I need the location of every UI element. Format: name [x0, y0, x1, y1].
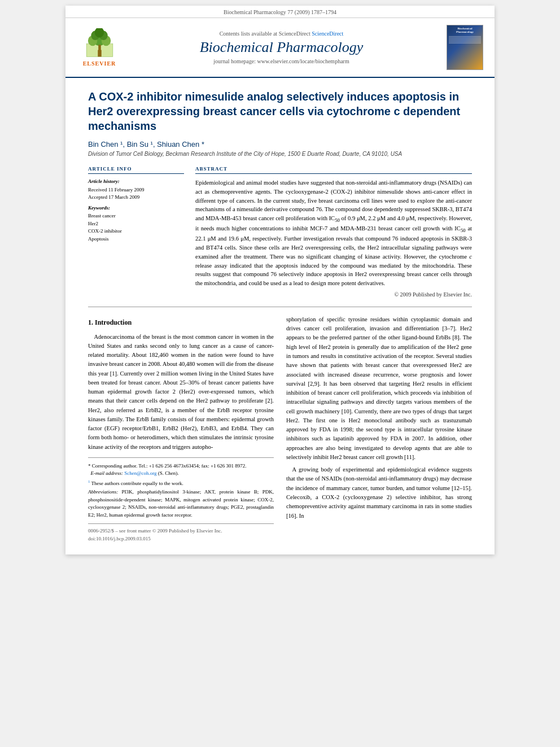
- cover-title-text: Biochemical Pharmacology: [449, 27, 481, 34]
- journal-title-block: Contents lists available at ScienceDirec…: [122, 30, 441, 64]
- svg-rect-8: [98, 45, 101, 51]
- footnotes: * Corresponding author. Tel.: +1 626 256…: [88, 457, 274, 519]
- footnote-equal-contrib: 1 These authors contribute equally to th…: [88, 479, 274, 488]
- intro-para-3: A growing body of experimental and epide…: [286, 465, 472, 521]
- journal-header: ELSEVIER Contents lists available at Sci…: [65, 18, 495, 78]
- section-divider: [88, 307, 472, 307]
- history-received: Received 11 February 2009 Accepted 17 Ma…: [88, 186, 184, 200]
- copyright-text: © 2009 Published by Elsevier Inc.: [195, 291, 472, 298]
- body-right-col: sphorylation of specific tyrosine residu…: [286, 315, 472, 543]
- doi-text: doi:10.1016/j.bcp.2009.03.015: [88, 535, 274, 543]
- abstract-text: Epidemiological and animal model studies…: [195, 178, 472, 288]
- cover-image: Biochemical Pharmacology: [447, 25, 483, 70]
- info-abstract-section: ARTICLE INFO Article history: Received 1…: [88, 166, 472, 298]
- body-left-col: 1. Introduction Adenocarcinoma of the br…: [88, 315, 274, 543]
- keyword-apoptosis: Apoptosis: [88, 235, 184, 243]
- body-section: 1. Introduction Adenocarcinoma of the br…: [88, 315, 472, 543]
- bottom-bar: 0006-2952/$ – see front matter © 2009 Pu…: [88, 523, 274, 535]
- elsevier-label: ELSEVIER: [83, 60, 116, 67]
- elsevier-tree-icon: [84, 28, 115, 59]
- keyword-her2: Her2: [88, 220, 184, 228]
- footnote-corresponding: * Corresponding author. Tel.: +1 626 256…: [88, 462, 274, 478]
- elsevier-logo: ELSEVIER: [77, 28, 122, 67]
- issn-text: 0006-2952/$ – see front matter © 2009 Pu…: [88, 527, 222, 535]
- article-info-title: ARTICLE INFO: [88, 166, 184, 174]
- journal-name: Biochemical Pharmacology: [122, 39, 441, 56]
- sciencedirect-link[interactable]: ScienceDirect: [312, 30, 343, 37]
- footnote-abbreviations: Abbreviations: PI3K, phosphatidylinosito…: [88, 488, 274, 519]
- intro-para-2: sphorylation of specific tyrosine residu…: [286, 315, 472, 462]
- affiliation: Division of Tumor Cell Biology, Beckman …: [88, 151, 472, 157]
- article-title: A COX-2 inhibitor nimesulide analog sele…: [88, 89, 472, 133]
- authors: Bin Chen ¹, Bin Su ¹, Shiuan Chen *: [88, 140, 472, 148]
- article-info: ARTICLE INFO Article history: Received 1…: [88, 166, 184, 298]
- keywords-list: Breast cancer Her2 COX-2 inhibitor Apopt…: [88, 212, 184, 243]
- keyword-cox2: COX-2 inhibitor: [88, 228, 184, 235]
- citation-text: Biochemical Pharmacology 77 (2009) 1787–…: [224, 9, 336, 15]
- intro-heading: 1. Introduction: [88, 317, 274, 328]
- intro-para-1: Adenocarcinoma of the breast is the most…: [88, 333, 274, 452]
- sciencedirect-text: Contents lists available at ScienceDirec…: [122, 30, 441, 37]
- keyword-breast-cancer: Breast cancer: [88, 212, 184, 220]
- abstract-block: ABSTRACT Epidemiological and animal mode…: [195, 166, 472, 298]
- abstract-title: ABSTRACT: [195, 166, 472, 174]
- journal-cover: Biochemical Pharmacology: [441, 25, 483, 70]
- article-content: A COX-2 inhibitor nimesulide analog sele…: [65, 78, 495, 554]
- journal-citation: Biochemical Pharmacology 77 (2009) 1787–…: [65, 6, 495, 18]
- journal-homepage: journal homepage: www.elsevier.com/locat…: [122, 58, 441, 64]
- history-label: Article history:: [88, 178, 184, 184]
- keywords-label: Keywords:: [88, 205, 184, 211]
- page: Biochemical Pharmacology 77 (2009) 1787–…: [65, 6, 495, 554]
